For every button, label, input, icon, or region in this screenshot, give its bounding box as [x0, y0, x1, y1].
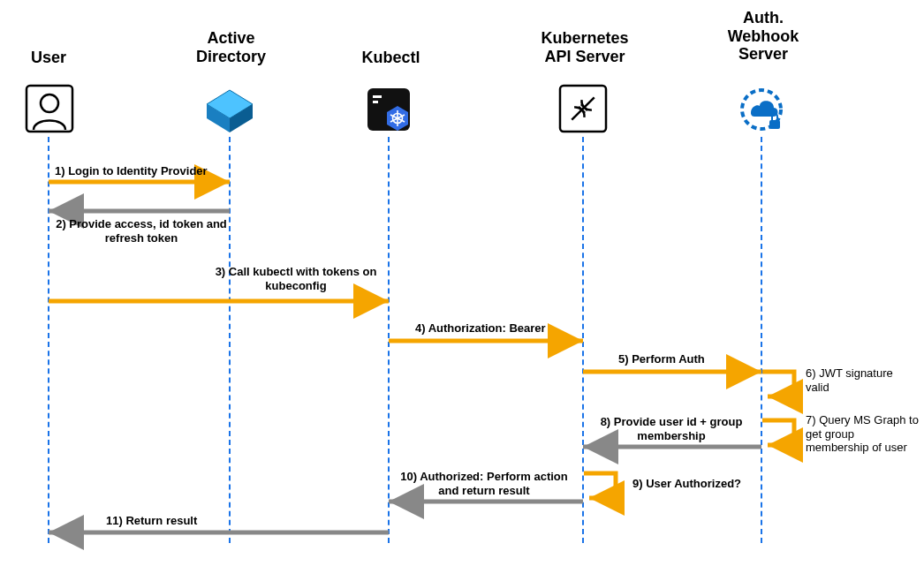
label-m4: 4) Authorization: Bearer [415, 321, 546, 336]
actor-api-title: KubernetesAPI Server [537, 29, 632, 65]
auth-webhook-icon [738, 87, 788, 140]
actor-ad-title: ActiveDirectory [189, 29, 273, 65]
user-icon [25, 84, 74, 137]
svg-rect-8 [373, 101, 378, 103]
label-m7: 7) Query MS Graph to get group membershi… [806, 413, 920, 455]
arrow-m4 [380, 336, 592, 346]
actor-webhook-title: Auth.WebhookServer [723, 9, 804, 64]
arrow-m2 [35, 206, 239, 216]
arrow-m8 [574, 441, 770, 452]
lifeline-user [48, 137, 49, 543]
arrow-m11 [35, 527, 398, 538]
label-m3: 3) Call kubectl with tokens on kubeconfi… [212, 265, 380, 292]
lifeline-ad [229, 137, 231, 543]
label-m5: 5) Perform Auth [618, 352, 705, 366]
label-m2: 2) Provide access, id token and refresh … [49, 217, 234, 245]
label-m10: 10) Authorized: Perform action and retur… [396, 470, 572, 497]
svg-rect-0 [27, 86, 72, 132]
svg-rect-7 [373, 95, 382, 98]
lifeline-webhook [761, 137, 762, 543]
api-server-icon [558, 84, 608, 137]
active-directory-icon [203, 87, 256, 140]
label-m11: 11) Return result [106, 514, 197, 528]
actor-user-title: User [28, 49, 69, 67]
arrow-m10 [380, 496, 592, 507]
label-m9: 9) User Authorized? [632, 477, 741, 491]
actor-kubectl-title: Kubectl [358, 49, 424, 67]
label-m6: 6) JWT signature valid [806, 366, 912, 394]
label-m8: 8) Provide user id + group membership [592, 415, 751, 442]
svg-point-1 [41, 94, 58, 112]
kubectl-icon [366, 87, 419, 140]
arrow-m3 [35, 296, 398, 306]
arrow-m1 [35, 177, 239, 187]
arrow-m5 [574, 366, 770, 377]
svg-rect-22 [769, 120, 780, 129]
svg-line-18 [572, 97, 594, 119]
label-m1: 1) Login to Identity Provider [55, 164, 208, 178]
sequence-diagram: User ActiveDirectory Kubectl KubernetesA… [0, 0, 924, 566]
arrow-m6 [755, 366, 808, 406]
